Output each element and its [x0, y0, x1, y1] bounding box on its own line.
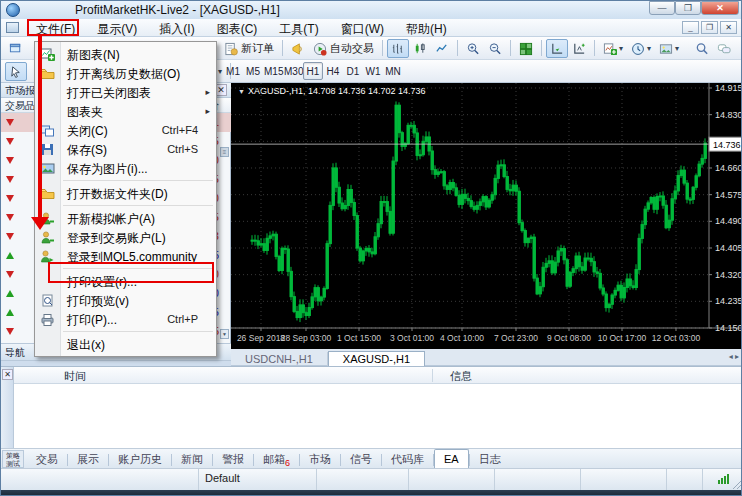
- child-restore-button[interactable]: ❐: [701, 21, 718, 34]
- terminal-tab-trade[interactable]: 交易: [27, 450, 67, 469]
- strategy-tester-tab-label: 测试: [3, 460, 23, 468]
- file-menu-item-new-chart[interactable]: 新图表(N): [36, 45, 216, 64]
- child-close-button[interactable]: ✕: [720, 21, 737, 34]
- price-scale[interactable]: 14.91514.83014.74514.66014.57514.49014.4…: [709, 83, 742, 333]
- timeframe-m30[interactable]: M30: [283, 62, 303, 80]
- chart-tab-scroll-arrows[interactable]: ◂ ▸: [729, 352, 739, 361]
- trend-down-icon: [6, 271, 14, 278]
- svg-text:14.320: 14.320: [715, 270, 742, 280]
- indicator-add-button[interactable]: ▾: [599, 39, 627, 58]
- application-window: ProfitMarketHK-Live2 - [XAGUSD-,H1] — ❐ …: [0, 0, 742, 496]
- file-menu-item-open-demo-account[interactable]: 开新模拟帐户(A): [36, 209, 216, 228]
- menu-insert[interactable]: 插入(I): [148, 21, 205, 38]
- file-menu-item-print[interactable]: 打印(P)...Ctrl+P: [36, 310, 216, 329]
- file-menu-item-save[interactable]: 保存(S)Ctrl+S: [36, 140, 216, 159]
- market-watch-scroll-down-icon[interactable]: ▼: [220, 329, 229, 339]
- file-menu-item-print-preview[interactable]: 打印预览(v): [36, 291, 216, 310]
- terminal-panel: ✕ 时间 信息: [1, 366, 742, 448]
- period-clock-caret-icon[interactable]: ▾: [647, 44, 651, 53]
- market-watch-scroll-thumb[interactable]: ≡: [220, 147, 229, 157]
- bars-chart-button[interactable]: [387, 39, 409, 58]
- template-image-button[interactable]: ▾: [655, 39, 683, 58]
- template-image-caret-icon[interactable]: ▾: [675, 44, 679, 53]
- timeframe-mn[interactable]: MN: [383, 62, 403, 80]
- line-chart-button[interactable]: [431, 39, 453, 58]
- status-profile[interactable]: Default: [199, 469, 317, 491]
- zoom-in-button[interactable]: [462, 39, 484, 58]
- search-button[interactable]: [691, 39, 713, 58]
- indicator-add-caret-icon[interactable]: ▾: [619, 44, 623, 53]
- announce-button[interactable]: [287, 39, 309, 58]
- file-menu-item-save-as-picture[interactable]: 保存为图片(i)...: [36, 159, 216, 178]
- restore-button[interactable]: ❐: [675, 1, 701, 15]
- timeframe-h1[interactable]: H1: [303, 62, 323, 80]
- menu-tools[interactable]: 工具(T): [268, 21, 329, 38]
- terminal-message-column-header[interactable]: 信息: [450, 369, 472, 384]
- cursor-button[interactable]: [5, 62, 27, 81]
- terminal-tab-account-history[interactable]: 账户历史: [109, 450, 171, 469]
- child-window-icon[interactable]: [6, 22, 19, 33]
- menu-charts[interactable]: 图表(C): [206, 21, 269, 38]
- time-scale[interactable]: 26 Sep 201828 Sep 03:001 Oct 15:003 Oct …: [237, 328, 701, 343]
- candlestick-chart[interactable]: 14.91514.83014.74514.66014.57514.49014.4…: [231, 83, 742, 349]
- terminal-tab-market[interactable]: 市场: [300, 450, 340, 469]
- timeframe-m15[interactable]: M15: [263, 62, 283, 80]
- svg-text:3 Oct 01:00: 3 Oct 01:00: [390, 333, 434, 343]
- menu-window[interactable]: 窗口(W): [330, 21, 395, 38]
- file-menu-item-exit[interactable]: 退出(x): [36, 335, 216, 354]
- strategy-tester-tab-label: 策略: [3, 452, 23, 460]
- window-mini-button[interactable]: [5, 39, 27, 58]
- resize-grip[interactable]: [732, 479, 742, 489]
- terminal-tab-signals[interactable]: 信号: [341, 450, 381, 469]
- file-menu-item-open-closed-charts[interactable]: 打开已关闭图表▸: [36, 83, 216, 102]
- zoom-out-button[interactable]: [484, 39, 506, 58]
- timeframe-d1[interactable]: D1: [343, 62, 363, 80]
- timeframe-h4[interactable]: H4: [323, 62, 343, 80]
- terminal-tab-code-base[interactable]: 代码库: [382, 450, 433, 469]
- terminal-tab-ea[interactable]: EA: [434, 449, 469, 468]
- axis-arrow-a-button[interactable]: [546, 39, 568, 58]
- file-menu-item-label: 新图表(N): [67, 47, 120, 64]
- terminal-tab-mailbox[interactable]: 邮箱6: [254, 450, 299, 469]
- svg-text:12 Oct 03:00: 12 Oct 03:00: [652, 333, 701, 343]
- file-menu-item-close[interactable]: 关闭(C)Ctrl+F4: [36, 121, 216, 140]
- timeframe-m1[interactable]: M1: [223, 62, 243, 80]
- chart-area[interactable]: ▼XAGUSD-,H1, 14.708 14.736 14.702 14.736…: [231, 83, 742, 349]
- strategy-tester-vertical-tab[interactable]: 策略测试: [2, 450, 24, 468]
- svg-text:7 Oct 23:00: 7 Oct 23:00: [494, 333, 538, 343]
- symbols-caret-icon[interactable]: ▾: [218, 67, 222, 76]
- svg-text:14.830: 14.830: [715, 110, 742, 120]
- terminal-close-icon[interactable]: ✕: [2, 369, 13, 380]
- child-minimize-button[interactable]: _: [682, 21, 699, 34]
- timeframe-m5[interactable]: M5: [243, 62, 263, 80]
- minimize-button[interactable]: —: [649, 1, 675, 15]
- menu-view[interactable]: 显示(V): [86, 21, 148, 38]
- terminal-tab-journal[interactable]: 日志: [470, 450, 510, 469]
- menu-help[interactable]: 帮助(H): [395, 21, 458, 38]
- axis-arrow-b-button[interactable]: [568, 39, 590, 58]
- chart-tab-xagusdh1[interactable]: XAGUSD-,H1: [328, 351, 425, 367]
- period-clock-button[interactable]: ▾: [627, 39, 655, 58]
- file-menu-item-label: 保存为图片(i)...: [67, 161, 148, 178]
- timeframe-w1[interactable]: W1: [363, 62, 383, 80]
- autotrading-button[interactable]: 自动交易: [309, 39, 378, 58]
- terminal-column-divider[interactable]: [432, 369, 433, 382]
- new-order-button[interactable]: 新订单: [220, 39, 278, 58]
- tile-windows-button[interactable]: [515, 39, 537, 58]
- chat-button[interactable]: [713, 39, 735, 58]
- connection-status-icon: [718, 474, 729, 484]
- file-menu-item-label: 打开数据文件夹(D): [67, 186, 168, 203]
- file-menu-item-login-trade-account[interactable]: 登录到交易账户(L): [36, 228, 216, 247]
- terminal-tab-exposure[interactable]: 展示: [68, 450, 108, 469]
- toolbar-left-icons: [5, 37, 27, 58]
- terminal-time-column-header[interactable]: 时间: [64, 369, 86, 384]
- terminal-tab-news[interactable]: 新闻: [172, 450, 212, 469]
- title-bar[interactable]: ProfitMarketHK-Live2 - [XAGUSD-,H1] — ❐ …: [1, 1, 742, 19]
- folder-icon: [40, 66, 55, 81]
- file-menu-item-open-offline-history[interactable]: 打开离线历史数据(O): [36, 64, 216, 83]
- terminal-tab-alerts[interactable]: 警报: [213, 450, 253, 469]
- candles-chart-button[interactable]: [409, 39, 431, 58]
- file-menu-item-open-data-folder[interactable]: 打开数据文件夹(D): [36, 184, 216, 203]
- file-menu-item-profiles[interactable]: 图表夹▸: [36, 102, 216, 121]
- close-button[interactable]: ✕: [701, 1, 739, 15]
